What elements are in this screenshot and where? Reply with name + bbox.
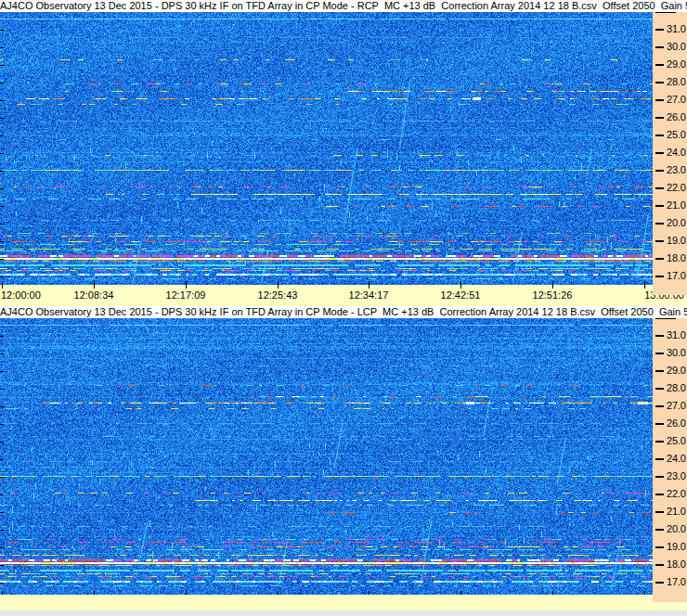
bottom-strip bbox=[0, 595, 687, 610]
freq-tick-label: 25.0 bbox=[667, 435, 686, 446]
freq-tick bbox=[655, 370, 664, 372]
panel-title-rcp: AJ4CO Observatory 13 Dec 2015 - DPS 30 k… bbox=[0, 0, 687, 12]
freq-tick-label: 23.0 bbox=[667, 470, 686, 481]
freq-tick-label: 22.0 bbox=[667, 488, 686, 499]
freq-tick-label: 25.0 bbox=[667, 129, 686, 140]
freq-tick bbox=[655, 205, 664, 207]
freq-tick bbox=[655, 458, 664, 460]
freq-tick bbox=[655, 494, 664, 495]
freq-tick bbox=[655, 99, 664, 101]
freq-tick-label: 24.0 bbox=[667, 453, 686, 464]
freq-tick bbox=[655, 388, 664, 390]
freq-tick bbox=[655, 529, 664, 531]
time-tick-label: 12:00:00 bbox=[1, 289, 41, 301]
freq-tick-label: 20.0 bbox=[667, 217, 686, 228]
time-tick bbox=[369, 285, 369, 289]
freq-tick bbox=[655, 240, 664, 242]
time-tick bbox=[278, 285, 279, 289]
freq-tick bbox=[655, 64, 664, 66]
freq-tick-label: 17.0 bbox=[667, 576, 686, 587]
freq-tick-label: 23.0 bbox=[667, 164, 686, 175]
time-tick bbox=[186, 285, 187, 289]
freq-axis-top-tick bbox=[655, 318, 676, 319]
freq-tick-label: 21.0 bbox=[667, 199, 686, 211]
freq-tick bbox=[655, 82, 664, 83]
freq-tick bbox=[655, 335, 664, 337]
freq-tick-label: 28.0 bbox=[667, 76, 686, 87]
time-tick bbox=[2, 285, 3, 289]
time-tick bbox=[460, 285, 461, 289]
freq-tick bbox=[655, 423, 664, 425]
freq-tick bbox=[655, 29, 664, 31]
freq-tick-label: 19.0 bbox=[667, 235, 686, 246]
freq-tick bbox=[655, 276, 664, 277]
freq-tick-label: 29.0 bbox=[667, 58, 686, 70]
freq-tick-label: 30.0 bbox=[667, 347, 686, 358]
freq-axis-rcp: 31.030.029.028.027.026.025.024.023.022.0… bbox=[653, 12, 687, 295]
freq-tick-label: 17.0 bbox=[667, 270, 686, 281]
time-tick bbox=[94, 285, 95, 289]
freq-tick bbox=[655, 564, 664, 566]
freq-tick-label: 30.0 bbox=[667, 41, 686, 52]
freq-axis-lcp: 31.030.029.028.027.026.025.024.023.022.0… bbox=[653, 318, 687, 602]
freq-tick-label: 31.0 bbox=[667, 329, 686, 340]
freq-tick bbox=[655, 187, 664, 189]
freq-tick-label: 20.0 bbox=[667, 523, 686, 534]
freq-tick bbox=[655, 511, 664, 513]
freq-axis-top-tick bbox=[655, 12, 676, 13]
freq-tick bbox=[655, 441, 664, 443]
time-tick-label: 12:08:34 bbox=[66, 289, 122, 301]
freq-tick bbox=[655, 353, 664, 354]
freq-tick-label: 24.0 bbox=[667, 147, 686, 158]
spectrogram-lcp bbox=[0, 318, 653, 595]
freq-tick bbox=[655, 405, 664, 407]
freq-tick bbox=[655, 546, 664, 548]
freq-tick-label: 18.0 bbox=[667, 252, 686, 263]
freq-tick bbox=[655, 258, 664, 260]
panel-title-lcp: AJ4CO Observatory 13 Dec 2015 - DPS 30 k… bbox=[0, 306, 687, 318]
freq-tick-label: 18.0 bbox=[667, 558, 686, 570]
freq-tick bbox=[655, 476, 664, 478]
freq-tick bbox=[655, 582, 664, 584]
freq-tick bbox=[655, 152, 664, 154]
freq-tick bbox=[655, 135, 664, 136]
time-tick-label: 12:42:51 bbox=[433, 289, 488, 301]
freq-tick-label: 29.0 bbox=[667, 365, 686, 376]
freq-tick bbox=[655, 117, 664, 119]
freq-tick-label: 26.0 bbox=[667, 111, 686, 122]
freq-tick-label: 26.0 bbox=[667, 417, 686, 429]
freq-tick-label: 31.0 bbox=[667, 23, 686, 34]
spectrogram-rcp bbox=[0, 12, 653, 285]
window-footer bbox=[0, 610, 687, 616]
freq-tick-label: 22.0 bbox=[667, 182, 686, 193]
freq-tick-label: 21.0 bbox=[667, 506, 686, 517]
time-tick bbox=[552, 285, 553, 289]
freq-tick bbox=[655, 223, 664, 225]
time-tick-label: 12:34:17 bbox=[341, 289, 396, 301]
freq-tick-label: 28.0 bbox=[667, 382, 686, 393]
time-tick-label: 12:17:09 bbox=[158, 289, 214, 301]
time-tick-label: 12:51:26 bbox=[525, 289, 580, 301]
freq-tick bbox=[655, 170, 664, 172]
spectrograph-window: AJ4CO Observatory 13 Dec 2015 - DPS 30 k… bbox=[0, 0, 687, 616]
time-tick bbox=[644, 285, 645, 289]
freq-tick-label: 27.0 bbox=[667, 94, 686, 105]
time-tick-label: 12:25:43 bbox=[250, 289, 305, 301]
time-axis: 12:00:0012:08:3412:17:0912:25:4312:34:17… bbox=[0, 285, 687, 306]
freq-tick bbox=[655, 46, 664, 48]
freq-tick-label: 27.0 bbox=[667, 400, 686, 411]
freq-tick-label: 19.0 bbox=[667, 541, 686, 552]
